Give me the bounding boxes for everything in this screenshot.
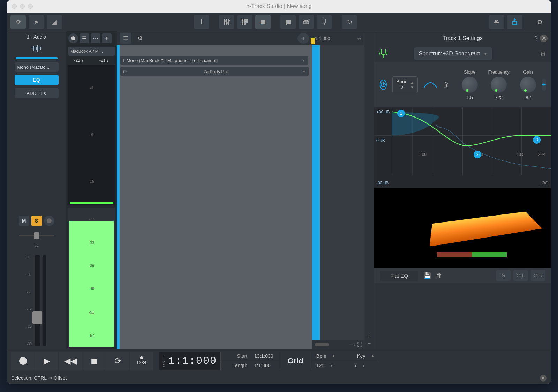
- eq-power-button[interactable]: ⏻: [380, 80, 387, 90]
- key-down-icon[interactable]: ▼: [362, 364, 365, 368]
- phase-right-button[interactable]: ∅ R: [531, 270, 545, 281]
- frequency-knob[interactable]: [491, 77, 507, 93]
- zoom-in-h-icon[interactable]: +: [353, 342, 356, 347]
- phase-invert-button[interactable]: ⊘: [496, 270, 511, 281]
- share-button[interactable]: [507, 15, 522, 29]
- tempo-readout: Bpm▲Key▲ 120▼/▼: [312, 352, 379, 370]
- solo-button[interactable]: S: [31, 216, 42, 226]
- zoom-out-h-icon[interactable]: −: [349, 342, 352, 347]
- eq-node-1[interactable]: 1: [397, 110, 405, 117]
- key-up-icon[interactable]: ▲: [371, 354, 375, 358]
- phase-left-button[interactable]: ∅ L: [513, 270, 528, 281]
- record-button[interactable]: [11, 352, 35, 370]
- grid-mode-button[interactable]: Grid: [279, 352, 312, 370]
- gain-value: -8.4: [524, 95, 532, 100]
- pan-slider[interactable]: [19, 231, 54, 241]
- view-mode-selector[interactable]: Spectrum+3D Sonogram▼: [414, 47, 492, 60]
- save-preset-icon[interactable]: 💾: [423, 272, 431, 279]
- input-routing-row[interactable]: I Mono (MacBook Air M...phone - Left cha…: [120, 56, 308, 65]
- drums-button[interactable]: +: [299, 15, 314, 29]
- clip-view-button[interactable]: [280, 15, 296, 29]
- close-window-icon[interactable]: [12, 4, 17, 9]
- zoom-in-v-icon[interactable]: +: [368, 333, 371, 339]
- frequency-value: 722: [495, 95, 503, 100]
- flat-eq-button[interactable]: Flat EQ: [380, 271, 418, 281]
- gain-knob[interactable]: [520, 77, 536, 93]
- fader-scale: 0-3-6-12-20-30: [27, 255, 31, 346]
- minimize-window-icon[interactable]: [20, 4, 25, 9]
- track-settings-panel: Track 1 Settings ? ✕ Spectrum+3D Sonogra…: [374, 31, 551, 349]
- loop-button[interactable]: ⟳: [106, 352, 130, 370]
- add-efx-button[interactable]: ADD EFX: [15, 88, 59, 98]
- meter-add-icon[interactable]: +: [102, 33, 112, 43]
- eq-node-2[interactable]: 2: [474, 151, 481, 158]
- grid-button[interactable]: [237, 15, 252, 29]
- meter-menu-icon[interactable]: ☰: [80, 33, 89, 43]
- arm-record-button[interactable]: [44, 216, 54, 226]
- eq-graph[interactable]: +30 dB 0 dB -30 dB 100 1k 10k 20k LOG: [374, 107, 551, 188]
- status-close-icon[interactable]: ✕: [540, 375, 547, 382]
- eq-button[interactable]: EQ: [15, 75, 59, 85]
- rewind-button[interactable]: ◀◀: [59, 352, 82, 370]
- volume-fader[interactable]: [35, 255, 40, 346]
- cloud-button[interactable]: [489, 15, 504, 29]
- help-icon[interactable]: ?: [535, 35, 538, 42]
- bpm-down-icon[interactable]: ▼: [330, 364, 333, 368]
- window-title: n-Track Studio | New song: [7, 3, 551, 9]
- close-icon[interactable]: ✕: [540, 35, 548, 42]
- timeline-panel: 1:1:000 ⇔ − + ⛶: [312, 31, 364, 349]
- time-display: LIVE 1:1:000: [159, 352, 220, 370]
- routing-gear-icon[interactable]: ⚙: [134, 33, 146, 44]
- tuning-fork-icon[interactable]: [379, 48, 387, 59]
- routing-add-icon[interactable]: +: [297, 33, 309, 44]
- svg-point-5: [228, 20, 229, 21]
- mixer-button[interactable]: [219, 15, 234, 29]
- delete-preset-icon[interactable]: 🗑: [436, 272, 442, 279]
- refresh-button[interactable]: ↻: [342, 15, 357, 29]
- pointer-tool-button[interactable]: ➤: [29, 15, 44, 29]
- add-band-button[interactable]: +: [542, 79, 546, 91]
- fit-width-icon[interactable]: ⇔: [357, 36, 361, 41]
- fade-tool-button[interactable]: ◢: [47, 15, 62, 29]
- delete-band-icon[interactable]: 🗑: [443, 81, 449, 89]
- info-button[interactable]: i: [194, 15, 209, 29]
- output-routing-row[interactable]: O AirPods Pro ▼: [120, 67, 309, 76]
- pan-value: 0: [35, 244, 38, 249]
- play-button[interactable]: ▶: [35, 352, 59, 370]
- mute-button[interactable]: M: [19, 216, 29, 226]
- zoom-out-v-icon[interactable]: −: [368, 340, 371, 347]
- zoom-window-icon[interactable]: [28, 4, 33, 9]
- status-text: Selection. CTRL -> Offset: [11, 375, 67, 381]
- fullscreen-icon[interactable]: ⛶: [357, 342, 362, 347]
- svg-rect-8: [246, 19, 248, 21]
- meter-more-icon[interactable]: ⋯: [91, 33, 100, 43]
- settings-gear-icon[interactable]: ⚙: [532, 15, 548, 29]
- track-color-edge: [117, 45, 120, 349]
- stop-button[interactable]: ◼: [82, 352, 106, 370]
- arrange-view-button[interactable]: [255, 15, 271, 29]
- sonogram-3d[interactable]: [374, 188, 551, 268]
- band-selector[interactable]: Band2 ▲▼: [392, 76, 418, 93]
- count-in-button[interactable]: 1234: [130, 352, 153, 370]
- svg-rect-18: [288, 20, 291, 24]
- tuning-button[interactable]: [317, 15, 332, 29]
- timeline-scrollbar[interactable]: [314, 342, 346, 347]
- timeline-body[interactable]: [312, 45, 364, 340]
- filter-curve-icon[interactable]: [423, 81, 437, 89]
- panel-gear-icon[interactable]: ⚙: [540, 50, 546, 58]
- track-level-indicator: [16, 57, 58, 59]
- bpm-up-icon[interactable]: ▲: [332, 354, 335, 358]
- svg-point-27: [496, 21, 498, 23]
- input-selector[interactable]: Mono (MacBo...: [15, 62, 59, 72]
- routing-filter-icon[interactable]: ☰: [120, 33, 131, 44]
- meter-record-icon[interactable]: [68, 33, 78, 43]
- position-readout: Start13:1:030 Length1:1:000: [220, 352, 279, 370]
- band-up-icon[interactable]: ▲: [410, 81, 414, 84]
- input-routing-label: Mono (MacBook Air M...phone - Left chann…: [127, 58, 218, 63]
- input-device-chip[interactable]: MacBook Air Mi...: [68, 47, 115, 56]
- svg-marker-19: [286, 24, 287, 25]
- eq-node-3[interactable]: 3: [533, 136, 541, 144]
- band-down-icon[interactable]: ▼: [410, 85, 414, 89]
- slope-knob[interactable]: [462, 77, 478, 93]
- move-tool-button[interactable]: ✥: [10, 15, 26, 29]
